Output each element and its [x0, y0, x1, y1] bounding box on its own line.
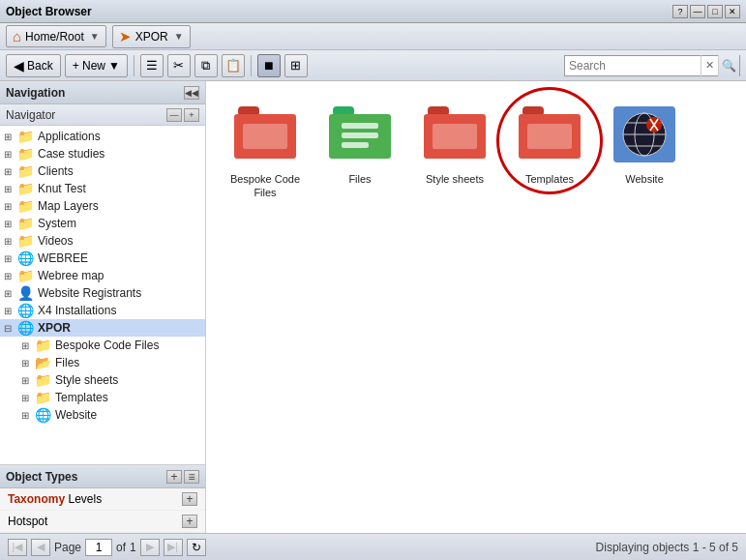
search-clear-button[interactable]: ✕ [701, 55, 718, 76]
expand-icon: ⊞ [4, 219, 17, 229]
view-large-button[interactable]: ■ [257, 54, 281, 77]
view-grid-icon: ⊞ [290, 58, 301, 73]
hotspot-add-button[interactable]: + [182, 515, 197, 528]
content-item-style-sheets[interactable]: Style sheets [411, 97, 498, 204]
file-item-label: Templates [525, 172, 574, 186]
last-page-button[interactable]: ▶| [164, 539, 183, 556]
sidebar-item-label: Website Registrants [38, 286, 141, 300]
tree-area: ⊞ 📁 Applications ⊞ 📁 Case studies ⊞ 📁 Cl… [0, 126, 205, 464]
object-types-options-button[interactable]: ≡ [184, 470, 199, 484]
object-types-add-button[interactable]: + [166, 470, 182, 484]
sidebar-item-bespoke-code-files[interactable]: ⊞ 📁 Bespoke Code Files [17, 337, 205, 354]
expand-icon: ⊞ [4, 306, 17, 316]
content-item-files[interactable]: Files [316, 97, 403, 204]
folder-icon: 📁 [17, 163, 35, 179]
total-pages: 1 [130, 541, 136, 554]
sidebar-item-clients[interactable]: ⊞ 📁 Clients [0, 162, 205, 180]
svg-rect-2 [243, 124, 287, 149]
navigator-minimize-button[interactable]: — [166, 108, 182, 122]
refresh-button[interactable]: ↻ [187, 539, 206, 556]
prev-page-button[interactable]: ◀ [31, 539, 50, 556]
toolbar: ◀ Back + New ▼ ☰ ✂ ⧉ 📋 ■ ⊞ ✕ 🔍 [0, 50, 746, 81]
toolbar-separator-1 [134, 55, 134, 76]
search-go-button[interactable]: 🔍 [718, 55, 739, 76]
content-item-templates[interactable]: Templates [506, 97, 593, 204]
xpor-dropdown-icon: ▼ [174, 31, 184, 42]
navigator-title: Navigator [6, 108, 55, 122]
sidebar-item-x4-installations[interactable]: ⊞ 🌐 X4 Installations [0, 302, 205, 319]
new-button[interactable]: + New ▼ [65, 54, 128, 77]
sidebar-item-label: Files [55, 356, 79, 369]
file-icon-bg [611, 101, 678, 168]
minimize-button[interactable]: — [690, 5, 705, 18]
object-types-title: Object Types [6, 470, 77, 484]
back-button[interactable]: ◀ Back [6, 54, 61, 77]
home-root-button[interactable]: ⌂ Home/Root ▼ [6, 25, 106, 47]
taxonomy-levels-row: Taxonomy Levels + [0, 488, 205, 511]
folder-icon: 📁 [17, 216, 35, 231]
view-grid-button[interactable]: ⊞ [284, 54, 308, 77]
home-root-label: Home/Root [25, 30, 84, 44]
paste-icon-button[interactable]: 📋 [222, 54, 245, 77]
file-icon-bg [421, 101, 489, 168]
folder-icon: 📁 [17, 268, 35, 283]
home-icon: ⌂ [13, 28, 21, 44]
xpor-children: ⊞ 📁 Bespoke Code Files ⊞ 📂 Files ⊞ 📁 Sty… [0, 337, 205, 424]
close-button[interactable]: ✕ [725, 5, 740, 18]
folder-icon: 📁 [35, 338, 52, 353]
cut-icon-button[interactable]: ✂ [167, 54, 191, 77]
help-button[interactable]: ? [672, 5, 688, 18]
expand-icon: ⊞ [4, 149, 17, 160]
file-icon-bg [326, 101, 394, 168]
sidebar-item-label: Case studies [38, 147, 104, 161]
maximize-button[interactable]: □ [707, 5, 723, 18]
status-bar: |◀ ◀ Page of 1 ▶ ▶| ↻ Displaying objects… [0, 533, 746, 560]
file-item-label: Website [625, 172, 664, 186]
xpor-button[interactable]: ➤ XPOR ▼ [112, 25, 191, 48]
sidebar-controls: ◀◀ [184, 86, 199, 100]
sidebar-item-videos[interactable]: ⊞ 📁 Videos [0, 232, 205, 250]
search-input[interactable] [565, 57, 701, 74]
sidebar-item-webree[interactable]: ⊞ 🌐 WEBREE [0, 250, 205, 267]
home-dropdown-icon: ▼ [90, 31, 100, 42]
sidebar-header: Navigation ◀◀ [0, 81, 205, 104]
file-item-label: Files [348, 172, 371, 186]
expand-icon: ⊞ [21, 393, 35, 403]
content-item-bespoke-code-files[interactable]: Bespoke CodeFiles [222, 97, 309, 204]
expand-icon: ⊞ [21, 340, 35, 351]
sidebar-item-applications[interactable]: ⊞ 📁 Applications [0, 128, 205, 145]
sidebar-item-xpor[interactable]: ⊟ 🌐 XPOR [0, 319, 205, 337]
navigator-expand-button[interactable]: + [184, 108, 199, 122]
sidebar-title: Navigation [6, 86, 65, 100]
list-icon-button[interactable]: ☰ [140, 54, 164, 77]
copy-icon-button[interactable]: ⧉ [194, 54, 218, 77]
expand-icon: ⊞ [4, 184, 17, 194]
sidebar-item-style-sheets[interactable]: ⊞ 📁 Style sheets [17, 371, 205, 389]
next-page-button[interactable]: ▶ [140, 539, 160, 556]
sidebar-item-case-studies[interactable]: ⊞ 📁 Case studies [0, 145, 205, 162]
paste-icon: 📋 [225, 58, 241, 73]
new-label: + New [73, 59, 105, 73]
sidebar-item-label: WEBREE [38, 251, 88, 265]
sidebar-item-map-layers[interactable]: ⊞ 📁 Map Layers [0, 197, 205, 215]
taxonomy-link[interactable]: Taxonomy [8, 492, 65, 506]
sidebar-item-label: Templates [55, 391, 108, 404]
page-number-input[interactable] [85, 539, 112, 556]
sidebar-item-webree-map[interactable]: ⊞ 📁 Webree map [0, 267, 205, 284]
sidebar-item-knut-test[interactable]: ⊞ 📁 Knut Test [0, 180, 205, 197]
content-item-website[interactable]: Website [601, 97, 688, 204]
sidebar-item-label: Map Layers [38, 199, 99, 213]
sidebar-collapse-button[interactable]: ◀◀ [184, 86, 199, 100]
taxonomy-add-button[interactable]: + [182, 492, 197, 506]
sidebar-item-files[interactable]: ⊞ 📂 Files [17, 354, 205, 371]
sidebar-item-templates[interactable]: ⊞ 📁 Templates [17, 389, 205, 406]
sidebar-item-website-registrants[interactable]: ⊞ 👤 Website Registrants [0, 284, 205, 302]
first-page-button[interactable]: |◀ [8, 539, 27, 556]
templates-folder-icon [519, 106, 581, 162]
svg-rect-5 [342, 123, 378, 129]
display-status: Displaying objects 1 - 5 of 5 [596, 541, 738, 554]
sidebar-item-label: XPOR [38, 321, 71, 335]
sidebar-item-system[interactable]: ⊞ 📁 System [0, 215, 205, 232]
xpor-label: XPOR [135, 30, 168, 44]
sidebar-item-website[interactable]: ⊞ 🌐 Website [17, 406, 205, 424]
